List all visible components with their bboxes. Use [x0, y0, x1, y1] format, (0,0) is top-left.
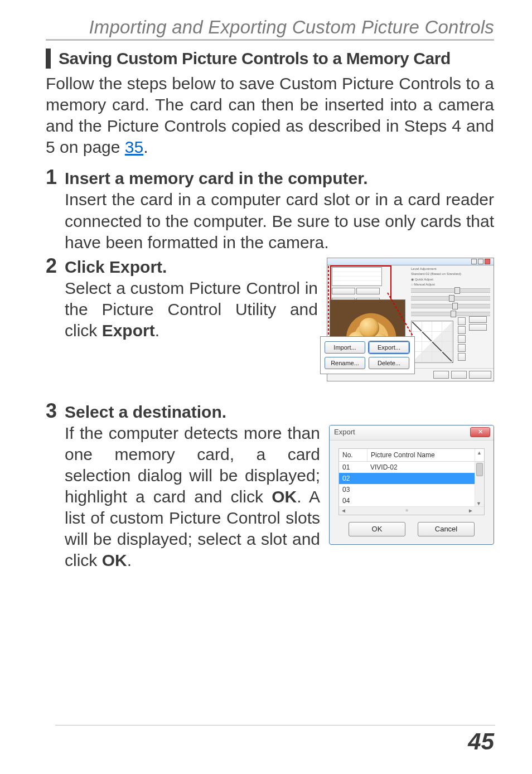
- cancel-button[interactable]: Cancel: [418, 522, 475, 536]
- screenshot-picture-control-utility: Level Adjustment Standard-02 (Based on S…: [327, 258, 494, 381]
- intro-text-pre: Follow the steps below to save Custom Pi…: [46, 74, 494, 156]
- step-1-title: Insert a memory card in the computer.: [65, 168, 494, 189]
- row-name: VIVID-02: [367, 462, 475, 473]
- step-3-body-3: .: [127, 551, 132, 569]
- step-2-title-pre: Click: [65, 258, 109, 276]
- export-dialog-close-button[interactable]: ✕: [470, 427, 490, 437]
- row-no: 02: [339, 473, 367, 484]
- export-dialog: Export ✕ No. Picture Control Name 01: [329, 425, 494, 545]
- col-name: Picture Control Name: [367, 449, 475, 461]
- right-panel: Level Adjustment Standard-02 (Based on S…: [411, 267, 490, 366]
- step-3-title: Select a destination.: [65, 401, 494, 423]
- table-row[interactable]: 04: [339, 495, 484, 506]
- section-heading-bar: [46, 49, 51, 69]
- row-no: 04: [339, 495, 367, 506]
- table-row-selected[interactable]: 02: [339, 473, 484, 484]
- step-2-title: Click Export.: [65, 257, 318, 278]
- step-3-body-bold2: OK: [102, 551, 127, 569]
- header-rule: [46, 39, 494, 41]
- import-button[interactable]: Import...: [325, 341, 365, 354]
- table-header: No. Picture Control Name: [339, 449, 484, 462]
- maximize-icon: [478, 259, 483, 264]
- buttons-callout: Import... Export... Rename... Delete...: [320, 336, 415, 374]
- export-dialog-titlebar: Export ✕: [330, 425, 494, 441]
- row-name: [367, 473, 475, 484]
- minimize-icon: [471, 259, 477, 264]
- scroll-up-icon[interactable]: [475, 449, 484, 461]
- step-3-body-bold1: OK: [272, 487, 297, 506]
- row-name: [367, 484, 475, 495]
- page-link-35[interactable]: 35: [125, 138, 143, 156]
- page-number: 45: [468, 728, 494, 755]
- step-2-number: 2: [46, 257, 65, 275]
- step-1: 1 Insert a memory card in the computer. …: [46, 168, 494, 253]
- step-2-body-post: .: [155, 321, 159, 340]
- rename-button[interactable]: Rename...: [325, 357, 365, 369]
- step-1-number: 1: [46, 168, 65, 187]
- step-2: 2 Click Export. Select a custom Picture …: [46, 257, 494, 381]
- delete-button[interactable]: Delete...: [369, 357, 409, 369]
- export-dialog-title: Export: [334, 428, 355, 436]
- row-no: 01: [339, 462, 367, 473]
- horizontal-scrollbar[interactable]: ≡: [339, 506, 484, 515]
- section-heading-text: Saving Custom Picture Controls to a Memo…: [59, 49, 451, 69]
- screenshot-titlebar: [327, 258, 494, 265]
- step-1-body: Insert the card in a computer card slot …: [65, 189, 494, 253]
- intro-paragraph: Follow the steps below to save Custom Pi…: [46, 73, 494, 158]
- step-2-title-post: .: [162, 258, 167, 276]
- step-3: 3 Select a destination. If the computer …: [46, 401, 494, 572]
- export-button[interactable]: Export...: [369, 341, 409, 354]
- step-3-number: 3: [46, 401, 65, 420]
- table-row[interactable]: 01 VIVID-02: [339, 462, 484, 473]
- export-dialog-table: No. Picture Control Name 01 VIVID-02 02: [338, 448, 485, 515]
- tone-curve: [411, 321, 453, 363]
- table-row[interactable]: 03: [339, 484, 484, 495]
- section-heading: Saving Custom Picture Controls to a Memo…: [46, 49, 494, 69]
- row-no: 03: [339, 484, 367, 495]
- col-no: No.: [339, 449, 367, 461]
- intro-text-post: .: [143, 138, 148, 156]
- vertical-scrollbar[interactable]: ▼: [475, 462, 484, 507]
- stored-controls-list: [332, 267, 382, 286]
- ok-button[interactable]: OK: [349, 522, 405, 536]
- step-2-body: Select a custom Picture Control in the P…: [65, 278, 318, 341]
- step-3-body: If the computer detects more than one me…: [65, 423, 320, 572]
- close-icon: [485, 259, 490, 264]
- row-name: [367, 495, 475, 506]
- step-2-title-keyword: Export: [109, 258, 162, 276]
- step-2-body-bold: Export: [102, 321, 155, 340]
- header-title: Importing and Exporting Custom Picture C…: [46, 17, 494, 38]
